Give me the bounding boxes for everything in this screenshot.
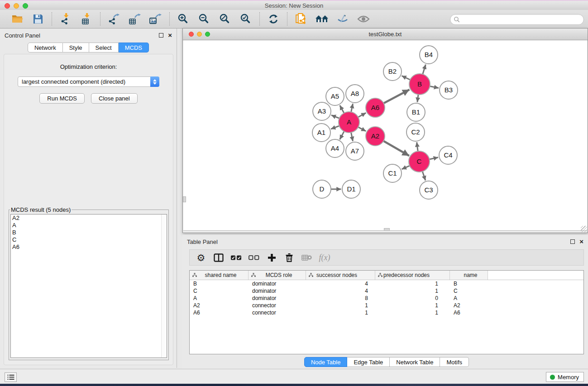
network-view-window: testGlobe.txt B4B2BB3A8A5A6A3B1AA1C2A2A4… (182, 28, 588, 233)
tab-motifs[interactable]: Motifs (440, 357, 469, 367)
table-cell: B (190, 281, 249, 287)
column-header-MCDS-role[interactable]: MCDS role (249, 271, 306, 280)
zoom-in-icon[interactable] (175, 12, 191, 26)
memory-status-icon (550, 375, 555, 380)
zoom-window-button[interactable] (23, 3, 28, 9)
column-header-name[interactable]: name (450, 271, 488, 280)
graph-node-label-D: D (320, 185, 325, 193)
open-session-icon[interactable] (9, 12, 25, 26)
hide-eye-icon[interactable] (335, 12, 351, 26)
memory-button[interactable]: Memory (546, 372, 584, 382)
close-panel-button[interactable]: Close panel (91, 93, 138, 104)
save-session-icon[interactable] (30, 12, 46, 26)
vertical-scrollbar-thumb[interactable] (183, 196, 186, 202)
column-header-successor-nodes[interactable]: successor nodes (306, 271, 375, 280)
result-list-item[interactable]: A (11, 222, 167, 229)
tab-node-table[interactable]: Node Table (304, 357, 348, 367)
node-table: shared nameMCDS rolesuccessor nodesprede… (189, 270, 584, 354)
settings-gear-icon[interactable]: ⚙ (194, 251, 208, 264)
zoom-fit-icon[interactable] (217, 12, 233, 26)
toggle-columns-icon[interactable] (212, 251, 225, 264)
tab-select[interactable]: Select (89, 43, 119, 52)
float-panel-icon[interactable] (159, 33, 163, 38)
tab-style[interactable]: Style (63, 43, 89, 52)
zoom-out-icon[interactable] (196, 12, 212, 26)
result-list-item[interactable]: B (11, 229, 167, 236)
refresh-icon[interactable] (265, 12, 282, 26)
search-input[interactable] (460, 15, 583, 24)
result-list-item[interactable]: A6 (11, 243, 167, 251)
table-row[interactable]: Adominator80A (190, 295, 583, 302)
result-scrollbar[interactable] (161, 214, 167, 357)
add-column-icon[interactable] (265, 251, 278, 264)
list-icon (7, 374, 14, 380)
status-bar: Memory (0, 369, 588, 384)
graph-node-label-C2: C2 (411, 128, 420, 136)
table-row[interactable]: A2connector11A2 (190, 302, 583, 309)
function-builder-icon[interactable]: f(x) (318, 251, 331, 264)
mcds-panel: Optimization criterion: largest connecte… (4, 54, 173, 365)
hierarchy-icon (192, 273, 197, 277)
export-image-icon[interactable] (148, 12, 164, 26)
table-row[interactable]: A6connector11A6 (190, 309, 583, 316)
resize-grip[interactable] (581, 226, 587, 232)
import-network-icon[interactable] (57, 12, 74, 26)
table-cell: A6 (450, 310, 488, 316)
select-stepper-icon (150, 76, 159, 87)
mcds-result-box: MCDS result (5 nodes) A2ABCA6 (9, 206, 169, 360)
table-cell: 1 (375, 281, 450, 287)
import-table-icon[interactable] (78, 12, 95, 26)
table-cell: dominator (249, 281, 306, 287)
search-icon (454, 16, 460, 23)
float-table-panel-icon[interactable] (570, 239, 575, 244)
control-panel-title: Control Panel (5, 32, 159, 39)
column-header-predecessor-nodes[interactable]: predecessor nodes (375, 271, 450, 280)
network-canvas[interactable]: B4B2BB3A8A5A6A3B1AA1C2A2A4A7C4CC1DD1C3 (183, 40, 587, 231)
criterion-select[interactable]: largest connected component (directed) (18, 76, 159, 87)
table-cell: 1 (306, 302, 375, 309)
network-zoom-button[interactable] (205, 32, 210, 37)
table-toolbar: ⚙ (189, 249, 584, 266)
result-list-item[interactable]: A2 (11, 214, 167, 222)
tab-mcds[interactable]: MCDS (119, 43, 149, 52)
network-window-titlebar[interactable]: testGlobe.txt (183, 29, 588, 40)
network-minimize-button[interactable] (197, 32, 202, 37)
tab-network[interactable]: Network (28, 43, 63, 52)
search-field[interactable] (450, 14, 584, 25)
minimize-window-button[interactable] (14, 3, 19, 9)
tab-network-table[interactable]: Network Table (390, 357, 440, 367)
table-cell: 4 (306, 288, 375, 294)
delete-table-icon[interactable] (300, 251, 314, 264)
table-row[interactable]: Bdominator41B (190, 280, 583, 287)
result-list-item[interactable]: C (11, 236, 167, 243)
tab-edge-table[interactable]: Edge Table (347, 357, 390, 367)
home-icon[interactable] (314, 12, 330, 26)
run-mcds-button[interactable]: Run MCDS (39, 93, 85, 104)
mcds-result-legend: MCDS result (5 nodes) (10, 206, 72, 213)
toolbar-separator (287, 12, 287, 26)
delete-column-icon[interactable] (282, 251, 296, 264)
close-table-panel-icon[interactable]: × (579, 239, 583, 244)
export-network-icon[interactable] (106, 12, 122, 26)
horizontal-scrollbar-thumb[interactable] (384, 228, 390, 231)
window-titlebar: Session: New Session (0, 0, 588, 10)
select-all-icon[interactable] (229, 251, 243, 264)
network-graph: B4B2BB3A8A5A6A3B1AA1C2A2A4A7C4CC1DD1C3 (183, 40, 587, 231)
network-close-button[interactable] (189, 32, 194, 37)
table-panel-title: Table Panel (187, 238, 570, 245)
graph-node-label-A4: A4 (331, 144, 339, 152)
close-window-button[interactable] (5, 3, 10, 9)
zoom-selected-icon[interactable] (238, 12, 254, 26)
memory-label: Memory (558, 374, 579, 381)
task-history-button[interactable] (5, 372, 17, 382)
export-table-icon[interactable] (127, 12, 143, 26)
column-header-shared-name[interactable]: shared name (190, 271, 249, 280)
table-row[interactable]: Cdominator41C (190, 287, 583, 295)
graph-node-label-A5: A5 (331, 92, 339, 100)
close-panel-icon[interactable]: × (168, 33, 172, 38)
show-eye-icon[interactable] (355, 12, 372, 26)
deselect-all-icon[interactable] (247, 251, 261, 264)
desktop-edge (0, 384, 588, 386)
clone-network-icon[interactable] (293, 12, 309, 26)
toolbar-separator (259, 12, 260, 26)
